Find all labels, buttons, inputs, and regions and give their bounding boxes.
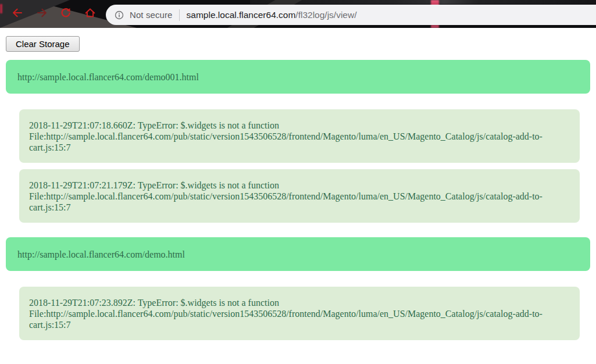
reload-icon: [60, 7, 72, 21]
address-bar[interactable]: Not secure sample.local.flancer64.com/fl…: [106, 5, 596, 25]
security-label: Not secure: [130, 10, 173, 20]
back-button[interactable]: [11, 8, 24, 20]
info-icon[interactable]: [114, 10, 124, 20]
forward-button[interactable]: [35, 8, 48, 20]
log-entry: 2018-11-29T21:07:18.660Z: TypeError: $.w…: [19, 109, 580, 163]
log-group-header: http://sample.local.flancer64.com/demo00…: [6, 60, 590, 94]
url-text: sample.local.flancer64.com/fl32log/js/vi…: [187, 10, 357, 20]
theme-decoration: [0, 4, 2, 13]
back-icon: [12, 7, 23, 21]
log-list: http://sample.local.flancer64.com/demo00…: [0, 60, 596, 340]
log-entry-message: 2018-11-29T21:07:21.179Z: TypeError: $.w…: [29, 180, 570, 191]
log-entry-message: 2018-11-29T21:07:18.660Z: TypeError: $.w…: [29, 120, 570, 131]
forward-icon: [36, 7, 48, 21]
browser-chrome: Not secure sample.local.flancer64.com/fl…: [0, 0, 596, 28]
home-button[interactable]: [84, 8, 97, 20]
address-separator: [179, 9, 180, 21]
log-entry-file: File:http://sample.local.flancer64.com/p…: [29, 308, 570, 330]
log-entry-file: File:http://sample.local.flancer64.com/p…: [29, 191, 570, 213]
clear-storage-button[interactable]: Clear Storage: [6, 36, 80, 52]
page-content: Clear Storage http://sample.local.flance…: [0, 28, 596, 355]
log-group: http://sample.local.flancer64.com/demo.h…: [0, 237, 596, 340]
log-group-header: http://sample.local.flancer64.com/demo.h…: [6, 237, 590, 271]
browser-window: Not secure sample.local.flancer64.com/fl…: [0, 0, 596, 364]
log-entry: 2018-11-29T21:07:23.892Z: TypeError: $.w…: [19, 287, 580, 340]
log-entry-message: 2018-11-29T21:07:23.892Z: TypeError: $.w…: [29, 297, 570, 308]
log-group: http://sample.local.flancer64.com/demo00…: [0, 60, 596, 223]
reload-button[interactable]: [59, 8, 72, 20]
log-entry-file: File:http://sample.local.flancer64.com/p…: [29, 131, 570, 153]
url-path: /fl32log/js/view/: [295, 10, 356, 20]
home-icon: [84, 7, 96, 21]
log-entry: 2018-11-29T21:07:21.179Z: TypeError: $.w…: [19, 169, 580, 223]
url-domain: sample.local.flancer64.com: [187, 10, 296, 20]
